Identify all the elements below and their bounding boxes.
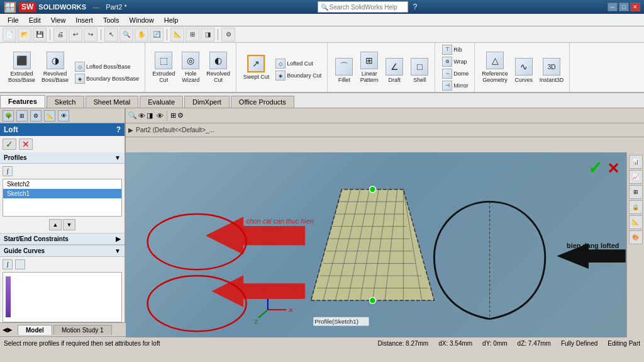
view-orient-icon[interactable]: 👁 — [138, 112, 145, 120]
zoom-to-fit-icon[interactable]: 🔍 — [128, 111, 137, 120]
search-icon: 🔍 — [321, 4, 328, 11]
rt-btn-3[interactable]: ⊞ — [629, 185, 643, 199]
new-btn[interactable]: 📄 — [3, 28, 16, 42]
linear-pattern-btn[interactable]: ⊞ LinearPattern — [358, 50, 380, 84]
zoom-btn[interactable]: 🔍 — [119, 28, 133, 42]
hole-wizard-btn[interactable]: ◎ HoleWizard — [179, 50, 202, 84]
canvas-viewport[interactable]: Profile(Sketch1) X Y Z — [126, 152, 644, 337]
minimize-button[interactable]: ─ — [608, 3, 618, 11]
close-button[interactable]: ✕ — [630, 3, 640, 11]
profile-sketch2[interactable]: Sketch2 — [3, 179, 121, 189]
pan-btn[interactable]: ✋ — [135, 28, 148, 42]
bottom-tab-motion-study[interactable]: Motion Study 1 — [53, 325, 112, 335]
wrap-icon: ⊚ — [442, 57, 452, 67]
scroll-right-icon[interactable]: ▶ — [8, 326, 13, 333]
guide-curve-sketch-icon[interactable]: ∫ — [3, 259, 13, 269]
menu-help[interactable]: Help — [159, 15, 184, 25]
maximize-button[interactable]: □ — [619, 3, 629, 11]
redo-btn[interactable]: ↪ — [84, 28, 97, 42]
dimxpert-manager-icon[interactable]: 📐 — [44, 110, 55, 122]
profiles-header[interactable]: Profiles ▼ — [0, 152, 125, 164]
instant3d-btn[interactable]: 3D Instant3D — [538, 57, 566, 84]
bottom-tab-model[interactable]: Model — [18, 325, 52, 335]
select-btn[interactable]: ↖ — [104, 28, 118, 42]
extruded-boss-btn[interactable]: ⬛ ExtrudedBoss/Base — [6, 50, 37, 84]
help-search-box[interactable]: 🔍 — [318, 1, 408, 13]
loft-help-icon[interactable]: ? — [116, 125, 121, 134]
display-manager-icon[interactable]: 👁 — [58, 110, 69, 122]
undo-btn[interactable]: ↩ — [69, 28, 82, 42]
tab-sketch[interactable]: Sketch — [47, 96, 84, 108]
boundary-cut-btn[interactable]: ◈ Boundary Cut — [274, 70, 323, 81]
status-fully-defined: Fully Defined — [561, 340, 597, 347]
tab-dimxpert[interactable]: DimXpert — [184, 96, 230, 108]
circle-guide-curves — [148, 276, 247, 331]
loft-cancel-btn[interactable]: ✕ — [19, 139, 33, 150]
extruded-cut-btn[interactable]: ⬚ ExtrudedCut — [150, 50, 177, 84]
section-view-icon[interactable]: ⊞ — [170, 111, 176, 120]
rt-btn-4[interactable]: 🔒 — [629, 200, 643, 214]
shell-btn[interactable]: □ Shell — [408, 57, 431, 84]
start-end-header[interactable]: Start/End Constraints ▶ — [0, 234, 125, 245]
menu-edit[interactable]: Edit — [24, 15, 46, 25]
display-style-icon[interactable]: ◨ — [147, 111, 153, 120]
options-btn[interactable]: ⚙ — [221, 28, 235, 42]
start-end-section: Start/End Constraints ▶ — [0, 234, 125, 246]
loft-shape — [311, 189, 434, 300]
help-icon[interactable]: ? — [413, 3, 418, 11]
profile-sketch1[interactable]: Sketch1 — [3, 189, 121, 198]
status-dz: dZ: 7.47mm — [518, 340, 551, 347]
display-btn[interactable]: ◨ — [201, 28, 214, 42]
profile-up-btn[interactable]: ▲ — [49, 219, 62, 230]
dome-btn[interactable]: ⌢ Dome — [440, 68, 470, 79]
rib-btn[interactable]: ⊤ Rib — [440, 44, 470, 55]
config-manager-icon[interactable]: ⚙ — [30, 110, 42, 122]
lofted-boss-btn[interactable]: ◇ Lofted Boss/Base — [73, 61, 141, 72]
fillet-btn[interactable]: ⌒ Fillet — [333, 57, 355, 84]
rt-btn-5[interactable]: 📐 — [629, 215, 643, 229]
tab-office-products[interactable]: Office Products — [231, 96, 294, 108]
swept-cut-btn[interactable]: ↗ Swept Cut — [242, 54, 272, 81]
open-btn[interactable]: 📂 — [18, 28, 31, 42]
menu-tools[interactable]: Tools — [98, 15, 125, 25]
save-btn[interactable]: 💾 — [33, 28, 47, 42]
view-sect-btn[interactable]: ⊞ — [186, 28, 199, 42]
menu-insert[interactable]: Insert — [70, 15, 98, 25]
guide-curves-expand-icon: ▼ — [114, 247, 121, 254]
lofted-cut-btn[interactable]: ◇ Lofted Cut — [274, 58, 323, 69]
loft-ok-btn[interactable]: ✓ — [3, 139, 16, 150]
hide-all-icon[interactable]: 👁 — [157, 112, 164, 120]
revolved-boss-btn[interactable]: ◑ RevolvedBoss/Base — [40, 50, 70, 84]
reference-geometry-btn[interactable]: △ ReferenceGeometry — [480, 50, 510, 84]
feature-manager-icon[interactable]: 🌳 — [3, 110, 14, 122]
print-btn[interactable]: 🖨 — [53, 28, 67, 42]
lofted-boundary-cut-group: ◇ Lofted Cut ◈ Boundary Cut — [274, 58, 323, 81]
draft-btn[interactable]: ∠ Draft — [383, 57, 406, 84]
rt-btn-2[interactable]: 📈 — [629, 170, 643, 184]
tree-toggle-icon[interactable]: ▶ — [128, 127, 133, 133]
property-manager-icon[interactable]: ⊞ — [16, 110, 28, 122]
view-orient-btn[interactable]: 📐 — [170, 28, 184, 42]
menu-view[interactable]: View — [46, 15, 71, 25]
help-search-input[interactable] — [330, 4, 405, 11]
menu-file[interactable]: File — [3, 15, 24, 25]
guide-curves-header[interactable]: Guide Curves ▼ — [0, 246, 125, 257]
boundary-boss-btn[interactable]: ◈ Boundary Boss/Base — [73, 73, 141, 84]
revolved-cut-btn[interactable]: ◐ RevolvedCut — [204, 50, 232, 84]
scroll-left-icon[interactable]: ◀ — [3, 326, 8, 333]
mirror-btn[interactable]: ⊣ Mirror — [440, 80, 470, 91]
start-end-label: Start/End Constraints — [4, 235, 69, 242]
profile-down-btn[interactable]: ▼ — [63, 219, 75, 230]
tab-features[interactable]: Features — [0, 95, 45, 108]
wrap-btn[interactable]: ⊚ Wrap — [440, 56, 470, 67]
curves-btn[interactable]: ∿ Curves — [513, 57, 535, 84]
tab-sheet-metal[interactable]: Sheet Metal — [86, 96, 139, 108]
view-settings-icon[interactable]: ⚙ — [177, 111, 184, 120]
rt-btn-1[interactable]: 📊 — [629, 155, 643, 169]
profile-sketch-icon[interactable]: ∫ — [3, 166, 13, 176]
rt-btn-6[interactable]: 🎨 — [629, 230, 643, 244]
rotate-btn[interactable]: 🔄 — [150, 28, 164, 42]
guide-curves-content: ∫ ▲ ▼ Guide tangency type: None — [0, 257, 125, 322]
menu-window[interactable]: Window — [125, 15, 159, 25]
tab-evaluate[interactable]: Evaluate — [140, 96, 183, 108]
